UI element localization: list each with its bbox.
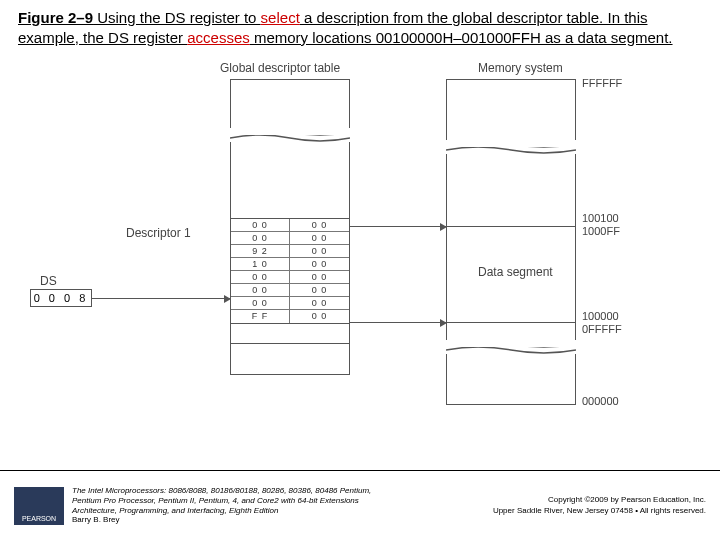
highlight-accesses: accesses xyxy=(187,29,250,46)
descriptor-byte: 1 0 xyxy=(231,258,290,270)
descriptor-byte: 0 0 xyxy=(290,232,349,244)
gdt-label: Global descriptor table xyxy=(220,61,340,75)
memory-box xyxy=(446,79,576,405)
descriptor-byte: 0 0 xyxy=(290,245,349,257)
descriptor-row: 0 00 0 xyxy=(231,297,349,310)
descriptor-byte: 0 0 xyxy=(231,271,290,283)
ds-register-box: 0 0 0 8 xyxy=(30,289,92,307)
descriptor-bytes-table: 0 00 00 00 09 20 01 00 00 00 00 00 00 00… xyxy=(230,218,350,324)
descriptor-byte: 0 0 xyxy=(231,219,290,231)
addr-bottom: 000000 xyxy=(582,395,619,407)
descriptor-row: 1 00 0 xyxy=(231,258,349,271)
descriptor-byte: 9 2 xyxy=(231,245,290,257)
addr-mid-lower-a: 100000 xyxy=(582,310,619,322)
addr-mid-upper-a: 100100 xyxy=(582,212,619,224)
descriptor-byte: 0 0 xyxy=(231,297,290,309)
addr-mid-upper-b: 1000FF xyxy=(582,225,620,237)
descriptor1-label: Descriptor 1 xyxy=(126,226,191,240)
figure-caption: Figure 2–9 Using the DS register to sele… xyxy=(0,0,720,51)
seg-bot-line xyxy=(446,322,576,323)
ds-arrow xyxy=(92,298,230,299)
descriptor-byte: 0 0 xyxy=(290,284,349,296)
descriptor-byte: 0 0 xyxy=(290,297,349,309)
figure-number: Figure 2–9 xyxy=(18,9,93,26)
descriptor-byte: F F xyxy=(231,310,290,323)
diagram-area: DS 0 0 0 8 Descriptor 1 Global descripto… xyxy=(0,51,720,441)
descriptor-row: 0 00 0 xyxy=(231,284,349,297)
descriptor-row: 0 00 0 xyxy=(231,219,349,232)
descriptor-byte: 0 0 xyxy=(231,284,290,296)
descriptor-row: 0 00 0 xyxy=(231,271,349,284)
descriptor-row: F F0 0 xyxy=(231,310,349,323)
pearson-logo: PEARSON xyxy=(14,487,64,525)
desc-to-mem-arrow-top xyxy=(350,226,446,227)
addr-top: FFFFFF xyxy=(582,77,622,89)
addr-mid-lower-b: 0FFFFF xyxy=(582,323,622,335)
gdt-divider xyxy=(230,343,350,344)
descriptor-row: 0 00 0 xyxy=(231,232,349,245)
descriptor-byte: 0 0 xyxy=(290,310,349,323)
ds-label: DS xyxy=(40,274,57,288)
data-segment-label: Data segment xyxy=(478,265,553,279)
seg-top-line xyxy=(446,226,576,227)
descriptor-row: 9 20 0 xyxy=(231,245,349,258)
footer-copyright: Copyright ©2009 by Pearson Education, In… xyxy=(493,495,706,516)
descriptor-byte: 0 0 xyxy=(231,232,290,244)
footer-book-info: The Intel Microprocessors: 8086/8088, 80… xyxy=(72,486,371,524)
highlight-select: select xyxy=(261,9,300,26)
footer: PEARSON The Intel Microprocessors: 8086/… xyxy=(0,470,720,540)
descriptor-byte: 0 0 xyxy=(290,271,349,283)
descriptor-byte: 0 0 xyxy=(290,258,349,270)
descriptor-byte: 0 0 xyxy=(290,219,349,231)
desc-to-mem-arrow-bottom xyxy=(350,322,446,323)
memory-label: Memory system xyxy=(478,61,563,75)
